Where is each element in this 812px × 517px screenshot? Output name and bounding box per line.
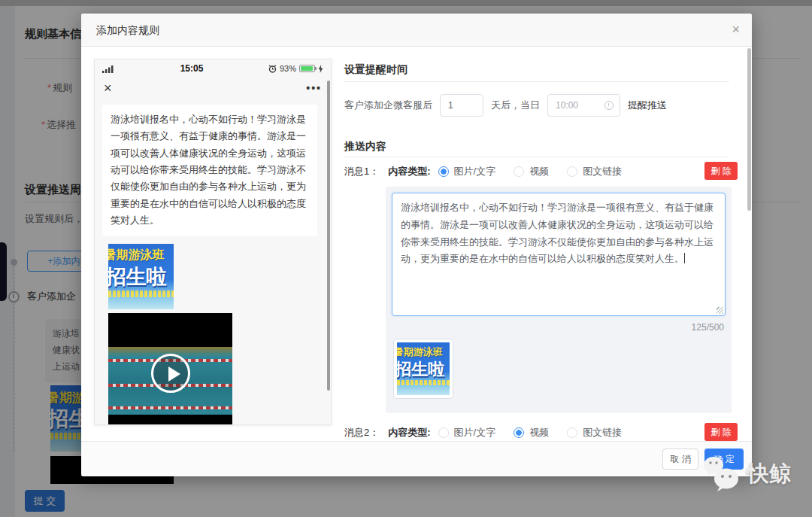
radio-icon[interactable] xyxy=(514,166,524,177)
reminder-label-mid: 天后，当日 xyxy=(491,99,540,112)
reminder-label-suffix: 提醒推送 xyxy=(628,99,667,112)
wechat-logo-icon xyxy=(701,455,744,494)
phone-menu-icon[interactable]: ••• xyxy=(306,82,322,94)
delete-message1-button[interactable]: 删 除 xyxy=(704,162,738,180)
time-picker[interactable]: 10:00 xyxy=(547,94,620,117)
message1-content-box: 游泳培训报名中，心动不如行动！学习游泳是一项很有意义、有益于健康的事情。游泳是一… xyxy=(386,187,732,413)
add-content-rule-dialog: 添加内容规则 × 15:05 93% xyxy=(81,14,752,476)
battery-percent: 93% xyxy=(280,64,296,73)
phone-scrollbar[interactable] xyxy=(327,81,330,391)
delete-message2-button[interactable]: 删 除 xyxy=(704,423,738,441)
days-input[interactable] xyxy=(440,94,483,117)
radio-option-link[interactable]: 图文链接 xyxy=(567,426,622,439)
message2-row: 消息2： 内容类型: 图片/文字 视频 图文链接 xyxy=(344,426,640,439)
reminder-label-prefix: 客户添加企微客服后 xyxy=(344,99,432,112)
close-icon[interactable]: × xyxy=(732,21,740,38)
radio-option-image-text[interactable]: 图片/文字 xyxy=(438,165,496,178)
phone-clock: 15:05 xyxy=(180,63,204,74)
radio-option-video[interactable]: 视频 xyxy=(514,426,549,439)
radio-option-link[interactable]: 图文链接 xyxy=(567,165,622,178)
time-value: 10:00 xyxy=(548,100,578,111)
time-clock-icon xyxy=(604,101,614,110)
phone-status-bar: 15:05 93% xyxy=(95,59,331,78)
dialog-title: 添加内容规则 xyxy=(96,14,159,47)
poster-small-text-strip xyxy=(397,380,450,385)
battery-icon xyxy=(299,65,315,72)
message2-label: 消息2： xyxy=(344,426,379,439)
alarm-icon xyxy=(268,65,277,73)
brand-name: 快鲸 xyxy=(747,459,791,489)
text-cursor xyxy=(684,253,685,263)
content-type-label: 内容类型: xyxy=(388,426,430,439)
radio-option-video[interactable]: 视频 xyxy=(514,165,549,178)
phone-nav-bar: × ••• xyxy=(95,78,331,99)
signal-icon xyxy=(102,65,115,73)
brand-watermark: 快鲸 xyxy=(701,455,791,494)
phone-close-icon[interactable]: × xyxy=(104,81,112,96)
content-type-label: 内容类型: xyxy=(388,165,430,178)
message-textarea[interactable]: 游泳培训报名中，心动不如行动！学习游泳是一项很有意义、有益于健康的事情。游泳是一… xyxy=(392,193,726,316)
radio-icon[interactable] xyxy=(567,166,577,177)
lane-rope xyxy=(108,406,232,409)
play-button-icon[interactable] xyxy=(151,354,190,393)
divider xyxy=(344,81,729,82)
radio-selected-icon[interactable] xyxy=(438,166,449,177)
radio-option-image-text[interactable]: 图片/文字 xyxy=(438,426,496,439)
char-counter: 125/500 xyxy=(692,322,724,333)
charging-bolt-icon xyxy=(318,65,323,73)
section-title-push: 推送内容 xyxy=(344,140,386,154)
radio-selected-icon[interactable] xyxy=(514,427,524,438)
chat-poster-image: 暑期游泳班 招生啦 xyxy=(108,244,174,309)
resize-handle-icon[interactable] xyxy=(717,307,723,314)
chat-message-bubble: 游泳培训报名中，心动不如行动！学习游泳是一项很有意义、有益于健康的事情。游泳是一… xyxy=(102,105,317,236)
radio-icon[interactable] xyxy=(438,427,449,438)
divider xyxy=(344,157,729,157)
message1-row: 消息1： 内容类型: 图片/文字 视频 图文链接 xyxy=(344,165,640,178)
cancel-button[interactable]: 取 消 xyxy=(662,449,698,470)
uploaded-image-thumbnail[interactable]: 暑期游泳班 招生啦 xyxy=(393,339,453,399)
screen: 规则基本信息 *规则 *选择推 设置推送周期 设置规则后，将 +添加内容 客户添… xyxy=(0,0,812,517)
section-title-reminder: 设置提醒时间 xyxy=(344,63,408,77)
phone-status-right: 93% xyxy=(268,64,323,73)
phone-chat-area: 游泳培训报名中，心动不如行动！学习游泳是一项很有意义、有益于健康的事情。游泳是一… xyxy=(95,99,331,425)
poster-small-text-strip xyxy=(108,290,174,297)
phone-preview: 15:05 93% × ••• xyxy=(94,59,332,425)
poster-image: 暑期游泳班 招生啦 xyxy=(397,342,450,395)
chat-video-thumbnail[interactable] xyxy=(108,313,232,425)
dialog-footer: 取 消 确 定 xyxy=(81,441,752,476)
radio-icon[interactable] xyxy=(567,427,577,438)
message1-label: 消息1： xyxy=(344,165,379,178)
dialog-scrollbar[interactable] xyxy=(747,48,751,211)
dialog-header: 添加内容规则 × xyxy=(81,14,752,47)
reminder-time-row: 客户添加企微客服后 天后，当日 10:00 提醒推送 xyxy=(344,94,667,117)
